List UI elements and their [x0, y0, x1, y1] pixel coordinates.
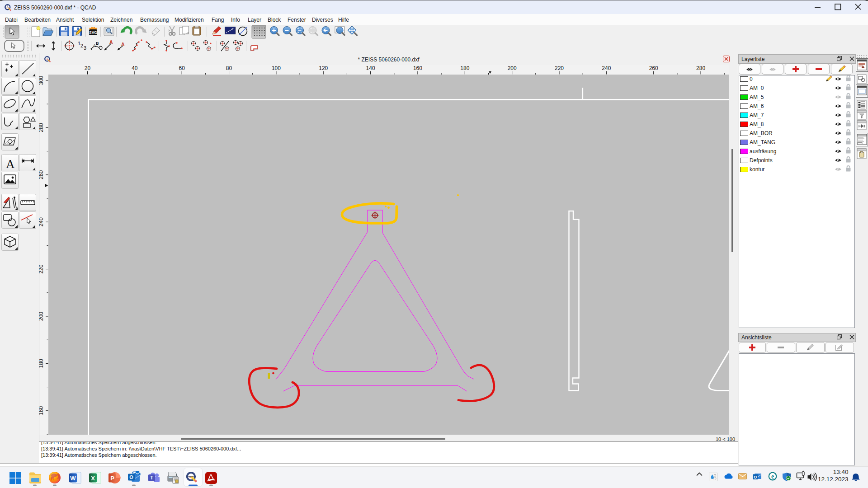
svg-text:140: 140 [366, 65, 375, 71]
svg-text:P: P [110, 475, 114, 482]
svg-text:240: 240 [602, 65, 611, 71]
svg-text:2: 2 [80, 43, 83, 48]
svg-text:200: 200 [39, 312, 44, 321]
svg-text:T: T [150, 475, 153, 480]
svg-text:13:40: 13:40 [833, 469, 849, 475]
svg-text:60: 60 [179, 65, 185, 71]
svg-text:260: 260 [649, 65, 658, 71]
svg-text:220: 220 [555, 65, 564, 71]
svg-text:160: 160 [413, 65, 422, 71]
svg-text:180: 180 [39, 359, 44, 368]
svg-text:W: W [70, 475, 76, 482]
svg-text:12.12.2023: 12.12.2023 [818, 476, 849, 483]
svg-text:100: 100 [272, 65, 281, 71]
svg-text:120: 120 [319, 65, 328, 71]
svg-text:A: A [109, 39, 113, 45]
svg-text:40: 40 [132, 65, 138, 71]
svg-text:20: 20 [85, 65, 91, 71]
svg-text:O: O [754, 475, 757, 479]
svg-text:O: O [129, 474, 133, 480]
svg-text:A: A [6, 157, 15, 171]
svg-text:180: 180 [460, 65, 469, 71]
svg-text:SVG: SVG [89, 30, 97, 35]
svg-text:260: 260 [39, 170, 44, 179]
svg-text:e: e [771, 473, 774, 480]
svg-text:280: 280 [39, 123, 44, 132]
svg-text:80: 80 [226, 65, 232, 71]
svg-text:240: 240 [39, 217, 44, 226]
svg-text:280: 280 [696, 65, 705, 71]
svg-text:A: A [121, 42, 125, 47]
svg-text:220: 220 [39, 264, 44, 273]
svg-text:200: 200 [508, 65, 517, 71]
svg-text:B: B [96, 41, 99, 46]
svg-text:3: 3 [84, 45, 86, 51]
svg-text:300: 300 [39, 76, 44, 85]
svg-text:160: 160 [39, 406, 44, 415]
svg-text:X: X [91, 475, 95, 482]
